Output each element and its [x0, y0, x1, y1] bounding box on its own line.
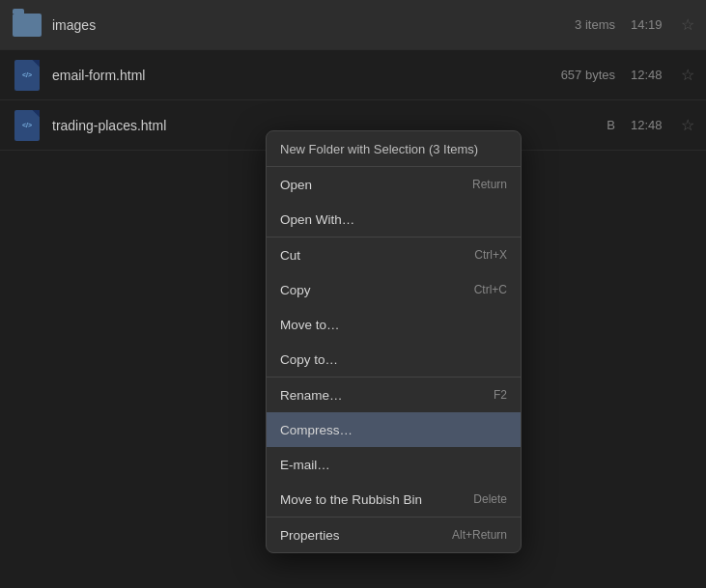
menu-item-shortcut: Ctrl+C	[474, 283, 507, 296]
menu-item-move-to[interactable]: Move to…	[267, 307, 521, 342]
menu-item-copy-to[interactable]: Copy to…	[267, 342, 521, 377]
file-meta: B	[538, 118, 615, 132]
file-row[interactable]: images 3 items 14:19 ☆	[0, 0, 706, 50]
file-meta: 657 bytes	[538, 68, 615, 82]
menu-item-label: Copy to…	[280, 352, 507, 367]
file-name: email-form.html	[52, 68, 538, 83]
menu-item-shortcut: Return	[472, 178, 507, 191]
menu-section-clipboard: Cut Ctrl+X Copy Ctrl+C Move to… Copy to…	[267, 238, 521, 378]
menu-item-shortcut: Ctrl+X	[474, 248, 507, 262]
file-meta: 3 items	[538, 17, 615, 32]
star-icon[interactable]: ☆	[681, 66, 694, 84]
menu-item-label: Compress…	[280, 423, 507, 437]
menu-item-compress[interactable]: Compress…	[267, 412, 521, 447]
menu-section-properties: Properties Alt+Return	[267, 518, 521, 552]
menu-item-label: Move to the Rubbish Bin	[280, 492, 473, 507]
star-icon[interactable]: ☆	[681, 116, 694, 134]
menu-item-shortcut: F2	[494, 388, 507, 402]
menu-item-open[interactable]: Open Return	[267, 167, 521, 202]
menu-item-label: Copy	[280, 283, 474, 297]
html-file-icon	[12, 110, 42, 141]
menu-item-open-with[interactable]: Open With…	[267, 202, 521, 237]
menu-section-file-ops: Rename… F2 Compress… E-mail… Move to the…	[267, 378, 521, 518]
file-time: 12:48	[631, 68, 669, 82]
file-name: images	[52, 17, 538, 33]
file-time: 14:19	[631, 17, 669, 32]
menu-item-label: Open	[280, 178, 472, 192]
menu-item-shortcut: Delete	[473, 492, 507, 506]
menu-item-properties[interactable]: Properties Alt+Return	[267, 518, 521, 552]
menu-item-shortcut: Alt+Return	[452, 528, 507, 542]
file-row[interactable]: email-form.html 657 bytes 12:48 ☆	[0, 50, 706, 100]
file-manager: images 3 items 14:19 ☆ email-form.html 6…	[0, 0, 706, 588]
menu-item-label: Cut	[280, 248, 474, 263]
menu-item-new-folder-selection[interactable]: New Folder with Selection (3 Items)	[267, 131, 521, 166]
file-time: 12:48	[631, 118, 669, 132]
menu-item-label: Rename…	[280, 388, 494, 403]
menu-item-label: E-mail…	[280, 458, 507, 472]
menu-section-open: Open Return Open With…	[267, 167, 521, 238]
menu-item-move-to-trash[interactable]: Move to the Rubbish Bin Delete	[267, 482, 521, 517]
menu-item-label: Open With…	[280, 212, 507, 227]
folder-icon	[12, 10, 42, 41]
context-menu: New Folder with Selection (3 Items) Open…	[266, 130, 522, 553]
menu-item-cut[interactable]: Cut Ctrl+X	[267, 238, 521, 272]
menu-item-rename[interactable]: Rename… F2	[267, 378, 521, 412]
menu-item-label: New Folder with Selection (3 Items)	[280, 142, 507, 156]
menu-section-new-folder: New Folder with Selection (3 Items)	[267, 131, 521, 167]
menu-item-label: Move to…	[280, 318, 507, 332]
menu-item-copy[interactable]: Copy Ctrl+C	[267, 272, 521, 307]
menu-item-label: Properties	[280, 528, 452, 543]
star-icon[interactable]: ☆	[681, 15, 694, 34]
menu-item-email[interactable]: E-mail…	[267, 447, 521, 482]
html-file-icon	[12, 60, 42, 91]
